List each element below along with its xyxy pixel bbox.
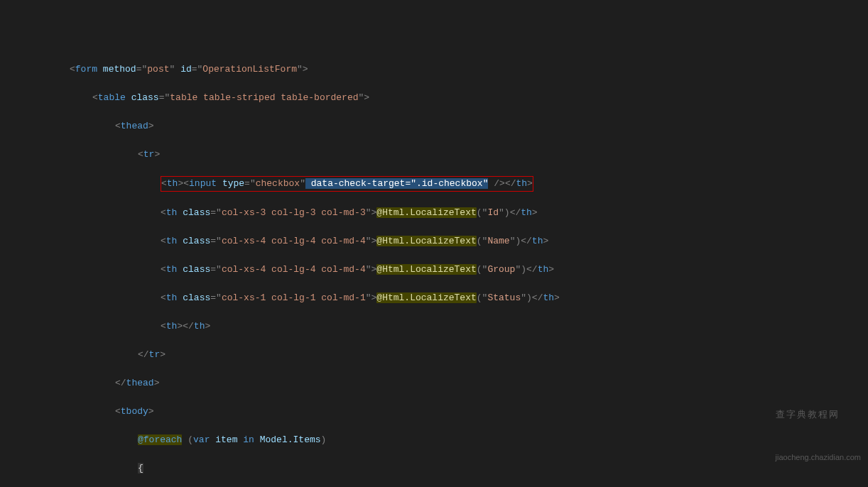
code-line[interactable]: <tbody> [0,405,868,419]
code-line[interactable]: </tr> [0,348,868,362]
code-line[interactable]: <th class="col-xs-3 col-lg-3 col-md-3">@… [0,206,868,220]
code-line-highlighted[interactable]: <th><input type="checkbox" data-check-ta… [0,176,868,192]
code-line[interactable]: { [0,461,868,476]
watermark: 查字典教程网 jiaocheng.chazidian.com [776,379,861,478]
code-line[interactable]: <tr> [0,148,868,162]
code-editor-viewport: { "tokens": { "lt": "<", "gt": ">", "clo… [0,0,868,487]
code-line[interactable]: @foreach (var item in Model.Items) [0,433,868,447]
code-line[interactable]: <table class="table table-striped table-… [0,91,868,105]
code-line[interactable]: <th class="col-xs-4 col-lg-4 col-md-4">@… [0,234,868,248]
code-line[interactable]: <th class="col-xs-4 col-lg-4 col-md-4">@… [0,263,868,277]
code-line[interactable]: <th class="col-xs-1 col-lg-1 col-md-1">@… [0,291,868,305]
code-line[interactable]: <th></th> [0,319,868,334]
code-line[interactable]: <form method="post" id="OperationListFor… [0,62,868,77]
code-line[interactable]: </thead> [0,376,868,390]
code-line[interactable]: <thead> [0,119,868,133]
